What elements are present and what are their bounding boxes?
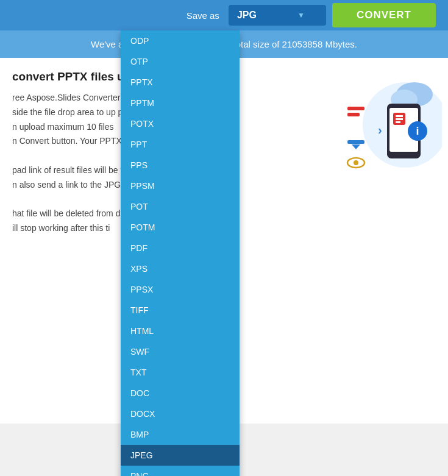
dropdown-item-ppt[interactable]: PPT [121, 134, 240, 155]
dropdown-item-png[interactable]: PNG [121, 466, 240, 476]
svg-text:i: i [416, 125, 419, 137]
dropdown-item-odp[interactable]: ODP [121, 30, 240, 51]
svg-rect-6 [396, 115, 403, 117]
selected-format-label: JPG [237, 10, 257, 21]
svg-rect-7 [396, 118, 403, 120]
format-select-display[interactable]: JPG ▼ [229, 5, 326, 26]
dropdown-item-doc[interactable]: DOC [121, 383, 240, 403]
dropdown-item-docx[interactable]: DOCX [121, 403, 240, 424]
header-bar: Save as JPG ▼ CONVERT [0, 0, 448, 30]
dropdown-item-potx[interactable]: POTX [121, 113, 240, 134]
save-as-label: Save as [187, 10, 219, 21]
dropdown-item-potm[interactable]: POTM [121, 217, 240, 238]
dropdown-item-pps[interactable]: PPS [121, 155, 240, 176]
convert-button[interactable]: CONVERT [332, 3, 436, 27]
svg-rect-14 [347, 140, 364, 144]
svg-rect-13 [347, 113, 360, 116]
svg-rect-8 [396, 121, 400, 123]
illustration: i › [344, 70, 442, 180]
dropdown-item-jpeg[interactable]: JPEG [121, 445, 240, 466]
dropdown-item-swf[interactable]: SWF [121, 341, 240, 362]
dropdown-item-otp[interactable]: OTP [121, 51, 240, 72]
chevron-down-icon: ▼ [297, 11, 305, 20]
svg-point-17 [354, 160, 358, 165]
svg-rect-12 [347, 107, 364, 110]
format-select-wrapper[interactable]: JPG ▼ [229, 5, 326, 26]
dropdown-item-pptx[interactable]: PPTX [121, 72, 240, 93]
dropdown-item-txt[interactable]: TXT [121, 362, 240, 383]
dropdown-item-pdf[interactable]: PDF [121, 238, 240, 258]
dropdown-item-bmp[interactable]: BMP [121, 424, 240, 445]
dropdown-item-ppsm[interactable]: PPSM [121, 176, 240, 196]
dropdown-item-pot[interactable]: POT [121, 196, 240, 217]
svg-marker-15 [352, 144, 360, 149]
svg-text:›: › [378, 123, 382, 137]
dropdown-item-tiff[interactable]: TIFF [121, 300, 240, 321]
format-dropdown[interactable]: ODP OTP PPTX PPTM POTX PPT PPS PPSM POT … [121, 30, 240, 476]
dropdown-item-pptm[interactable]: PPTM [121, 93, 240, 113]
dropdown-item-html[interactable]: HTML [121, 321, 240, 341]
dropdown-item-xps[interactable]: XPS [121, 258, 240, 279]
dropdown-item-ppsx[interactable]: PPSX [121, 279, 240, 300]
